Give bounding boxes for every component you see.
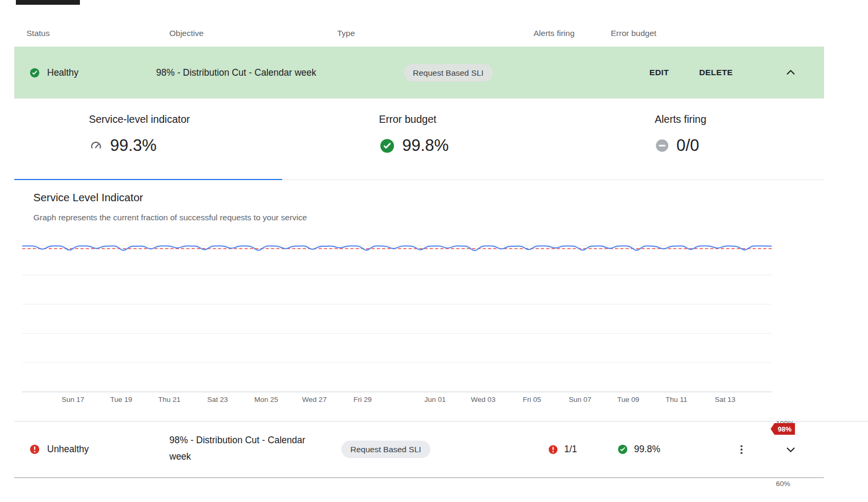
x-tick: Fri 05 — [511, 396, 553, 404]
x-tick: Sun 07 — [559, 396, 601, 404]
collapse-chevron-up-icon[interactable] — [784, 66, 797, 79]
x-tick: Tue 19 — [100, 396, 142, 404]
error-budget-value: 99.8% — [634, 444, 661, 455]
tab-service-level-indicator[interactable]: Service-level indicator 99.3% — [14, 98, 282, 180]
header-error-budget: Error budget — [611, 29, 656, 38]
x-tick: Fri 29 — [341, 396, 384, 404]
kebab-menu-icon[interactable] — [735, 443, 748, 456]
alerts-firing-value: 0/0 — [676, 136, 699, 155]
paused-circle-icon — [655, 138, 670, 153]
delete-button[interactable]: DELETE — [699, 47, 733, 98]
sli-value: 99.3% — [110, 136, 157, 155]
status-label: Unhealthy — [47, 444, 89, 455]
status-label: Healthy — [47, 67, 78, 78]
alert-error-icon — [548, 444, 558, 455]
threshold-98-tag: 98% — [771, 423, 795, 435]
x-tick: Mon 25 — [245, 396, 287, 404]
x-tick: Jun 01 — [414, 396, 456, 404]
error-budget-value: 99.8% — [402, 136, 449, 155]
check-circle-icon — [379, 138, 395, 154]
header-status: Status — [26, 29, 50, 38]
error-budget-cell: 99.8% — [617, 422, 661, 477]
expand-chevron-down-icon[interactable] — [784, 443, 797, 456]
slo-row-unhealthy[interactable]: Unhealthy 98% - Distribution Cut - Calen… — [14, 422, 824, 478]
header-type: Type — [337, 29, 355, 38]
x-tick: Thu 21 — [148, 396, 191, 404]
healthy-check-icon — [29, 67, 40, 78]
x-tick: Thu 11 — [655, 396, 698, 404]
sli-type-chip: Request Based SLI — [404, 64, 493, 82]
alerts-firing-count: 1/1 — [564, 444, 577, 455]
chart-subtitle: Graph represents the current fraction of… — [33, 213, 307, 222]
metric-label: Service-level indicator — [89, 113, 190, 126]
header-alerts-firing: Alerts firing — [534, 29, 575, 38]
sli-line-chart — [22, 236, 772, 395]
tab-error-budget[interactable]: Error budget 99.8% — [290, 98, 534, 180]
status-cell: Unhealthy — [29, 422, 89, 477]
metric-label: Alerts firing — [655, 113, 707, 126]
tab-alerts-firing[interactable]: Alerts firing 0/0 — [575, 98, 794, 180]
objective-text: 98% - Distribution Cut - Calendar week — [156, 67, 317, 78]
status-cell: Healthy — [29, 47, 78, 98]
gauge-icon — [89, 139, 103, 153]
x-tick: Tue 09 — [607, 396, 649, 404]
sli-series-line — [22, 246, 772, 250]
error-circle-icon — [29, 444, 40, 455]
objective-text: 98% - Distribution Cut - Calendar week — [169, 432, 324, 465]
x-tick: Sat 13 — [704, 396, 746, 404]
slo-row-healthy[interactable]: Healthy 98% - Distribution Cut - Calenda… — [14, 47, 824, 98]
x-tick: Wed 03 — [462, 396, 504, 404]
slo-monitoring-page: Status Objective Type Alerts firing Erro… — [0, 0, 868, 502]
alerts-firing-cell: 1/1 — [548, 422, 577, 477]
chart-title: Service Level Indicator — [33, 191, 143, 204]
sli-chart-section: Service Level Indicator Graph represents… — [0, 180, 868, 421]
sli-type-chip: Request Based SLI — [341, 441, 430, 458]
y-tick-60: 60% — [776, 480, 790, 488]
x-tick: Wed 27 — [293, 396, 336, 404]
slo-details-panel: Service-level indicator 99.3% Error budg… — [14, 98, 824, 180]
top-partial-bar — [16, 0, 80, 5]
header-objective: Objective — [169, 29, 204, 38]
metric-label: Error budget — [379, 113, 436, 126]
x-tick: Sun 17 — [52, 396, 94, 404]
x-tick: Sat 23 — [196, 396, 239, 404]
budget-check-icon — [617, 444, 628, 455]
edit-button[interactable]: EDIT — [649, 47, 669, 98]
